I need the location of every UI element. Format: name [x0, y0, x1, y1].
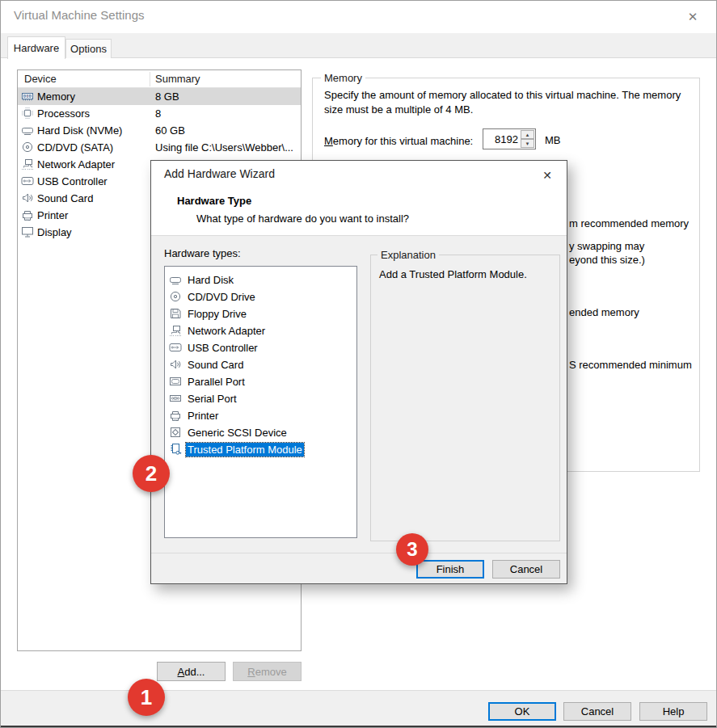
virtual-machine-settings-window: Virtual Machine Settings ✕ Hardware Opti…	[0, 0, 717, 728]
tab-options[interactable]: Options	[65, 39, 112, 58]
hardware-type-label: Parallel Port	[186, 375, 247, 389]
tpm-icon	[169, 443, 182, 456]
usb-icon	[21, 175, 34, 187]
step-badge-2: 2	[133, 455, 170, 492]
window-title: Virtual Machine Settings	[14, 8, 144, 22]
hardware-type-label: USB Controller	[186, 341, 259, 355]
add-hardware-wizard-dialog: Add Hardware Wizard ✕ Hardware Type What…	[150, 160, 567, 584]
floppy-icon	[169, 307, 182, 320]
hardware-type-label: Network Adapter	[186, 324, 267, 338]
list-item[interactable]: Trusted Platform Module	[165, 441, 356, 458]
explanation-text: Add a Trusted Platform Module.	[379, 268, 549, 280]
tab-bar: Hardware Options	[1, 33, 716, 58]
close-icon[interactable]: ✕	[536, 166, 559, 185]
table-row[interactable]: Hard Disk (NVMe)60 GB	[18, 122, 301, 139]
memory-field-label: Memory for this virtual machine:	[324, 135, 473, 147]
wizard-title: Add Hardware Wizard	[164, 167, 275, 180]
wizard-header: Add Hardware Wizard ✕ Hardware Type What…	[151, 161, 567, 236]
help-button[interactable]: Help	[639, 702, 707, 721]
finish-button[interactable]: Finish	[416, 560, 484, 579]
list-item[interactable]: CD/DVD Drive	[165, 288, 356, 305]
memory-hint-fragment: S recommended minimum	[569, 359, 692, 371]
table-row[interactable]: Processors8	[18, 105, 301, 122]
memory-hint-fragment: m recommended memory	[569, 217, 689, 229]
memory-size-input[interactable]: 8192 ▲ ▼	[483, 128, 536, 149]
stepper-up-icon[interactable]: ▲	[521, 130, 534, 139]
explanation-groupbox: Explanation Add a Trusted Platform Modul…	[370, 255, 560, 541]
sound-icon	[169, 358, 182, 371]
hard-disk-icon	[21, 124, 34, 137]
serial-port-icon	[169, 392, 182, 405]
device-name: CD/DVD (SATA)	[37, 141, 113, 154]
hard-disk-icon	[169, 273, 182, 286]
parallel-port-icon	[169, 375, 182, 388]
ok-button[interactable]: OK	[488, 702, 556, 721]
hardware-type-label: Hard Disk	[186, 273, 235, 287]
list-item[interactable]: Sound Card	[165, 356, 356, 373]
printer-icon	[21, 208, 34, 221]
add-button[interactable]: Add...	[157, 662, 226, 681]
memory-hint-fragment: eyond this size.)	[569, 254, 645, 266]
hardware-types-listbox: Hard DiskCD/DVD DriveFloppy DriveNetwork…	[164, 266, 357, 538]
cancel-button[interactable]: Cancel	[563, 702, 631, 721]
list-item[interactable]: Generic SCSI Device	[165, 424, 356, 441]
step-badge-3: 3	[396, 533, 428, 566]
memory-hint-fragment: ended memory	[569, 306, 639, 318]
remove-button[interactable]: Remove	[233, 662, 302, 681]
list-item[interactable]: Network Adapter	[165, 322, 356, 339]
device-table-header: Device Summary	[18, 70, 301, 88]
device-name: Network Adapter	[37, 158, 115, 170]
stepper-down-icon[interactable]: ▼	[521, 139, 534, 148]
list-item[interactable]: Parallel Port	[165, 373, 356, 390]
processor-icon	[21, 107, 34, 120]
hardware-types-label: Hardware types:	[164, 247, 241, 259]
tab-hardware[interactable]: Hardware	[7, 36, 65, 59]
cd-dvd-icon	[169, 290, 182, 303]
memory-groupbox-label: Memory	[321, 72, 365, 84]
device-name: Printer	[37, 209, 68, 221]
memory-hint-fragment: y swapping may	[569, 240, 644, 252]
list-item[interactable]: Serial Port	[165, 390, 356, 407]
device-summary: Using file C:\Users\Webber\...	[155, 141, 293, 154]
device-name: Sound Card	[37, 192, 93, 204]
printer-icon	[169, 409, 182, 422]
network-icon	[21, 158, 34, 170]
memory-icon	[21, 90, 34, 103]
device-column-header[interactable]: Device	[24, 73, 57, 85]
explanation-groupbox-label: Explanation	[377, 249, 439, 261]
usb-icon	[169, 341, 182, 354]
device-summary: 60 GB	[155, 124, 185, 137]
hardware-type-label: Serial Port	[186, 392, 238, 406]
wizard-cancel-button[interactable]: Cancel	[492, 560, 560, 579]
device-name: Memory	[37, 90, 75, 103]
memory-stepper: ▲ ▼	[521, 130, 534, 148]
network-icon	[169, 324, 182, 337]
memory-unit-label: MB	[545, 134, 561, 146]
device-name: Hard Disk (NVMe)	[37, 124, 122, 137]
memory-size-value: 8192	[495, 133, 518, 145]
hardware-type-label: Trusted Platform Module	[186, 443, 304, 457]
display-icon	[21, 225, 34, 238]
list-item[interactable]: Printer	[165, 407, 356, 424]
table-row[interactable]: Memory8 GB	[18, 88, 301, 105]
device-name: Processors	[37, 107, 90, 120]
summary-column-header[interactable]: Summary	[155, 73, 200, 85]
device-summary: 8	[155, 107, 161, 120]
list-item[interactable]: Hard Disk	[165, 271, 356, 288]
step-badge-1: 1	[128, 679, 165, 716]
hardware-type-label: Floppy Drive	[186, 307, 248, 321]
list-item[interactable]: Floppy Drive	[165, 305, 356, 322]
hardware-type-label: Sound Card	[186, 358, 245, 372]
memory-description: Specify the amount of memory allocated t…	[324, 88, 690, 117]
close-icon[interactable]: ✕	[680, 7, 706, 27]
list-item[interactable]: USB Controller	[165, 339, 356, 356]
title-bar: Virtual Machine Settings ✕	[1, 1, 716, 33]
device-summary: 8 GB	[155, 90, 179, 103]
sound-icon	[21, 191, 34, 204]
scsi-icon	[169, 426, 182, 439]
wizard-heading: Hardware Type	[177, 195, 251, 207]
hardware-type-label: Generic SCSI Device	[186, 426, 289, 440]
wizard-subheading: What type of hardware do you want to ins…	[196, 213, 409, 225]
column-divider	[150, 72, 150, 86]
table-row[interactable]: CD/DVD (SATA)Using file C:\Users\Webber\…	[18, 139, 301, 156]
